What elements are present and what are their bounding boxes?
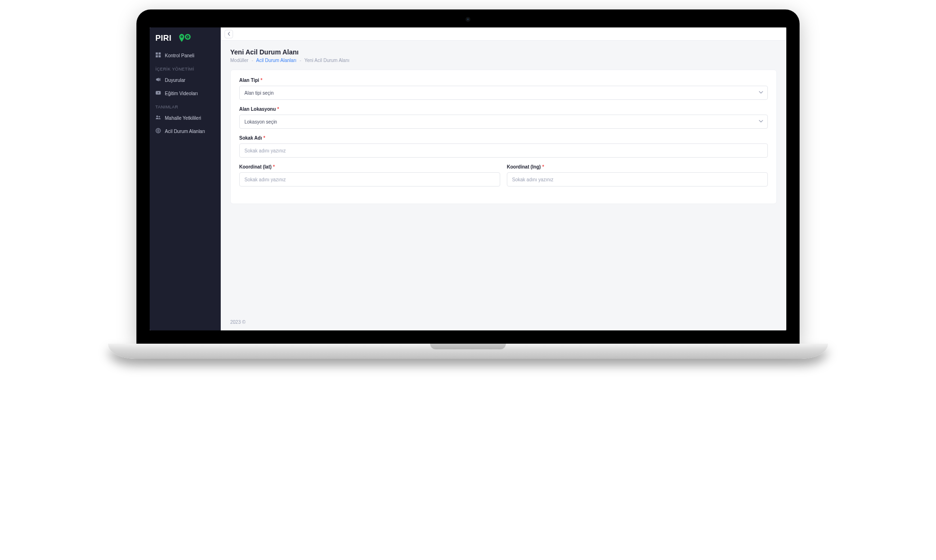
sidebar-item-label: Acil Durum Alanları (165, 129, 205, 134)
required-mark: * (263, 135, 265, 141)
svg-rect-7 (159, 53, 161, 55)
footer: 2023 © (221, 315, 786, 330)
sidebar-collapse-button[interactable] (225, 30, 233, 38)
form-row-sokak-adi: Sokak Adı * (239, 135, 768, 158)
input-sokak-adi[interactable] (239, 143, 768, 158)
breadcrumb-current: Yeni Acil Durum Alanı (304, 58, 349, 63)
sidebar-item-label: Mahalle Yetkilileri (165, 116, 201, 121)
select-alan-tipi[interactable]: Alan tipi seçin (239, 86, 768, 100)
form-row-koordinat: Koordinat (lat) * Koordinat (lng) * (239, 164, 768, 187)
sidebar-item-acil-durum-alanlari[interactable]: Acil Durum Alanları (150, 124, 221, 138)
required-mark: * (277, 107, 279, 112)
svg-point-2 (181, 36, 182, 37)
sidebar-section-icerik: İÇERİK YÖNETİMİ (150, 62, 221, 73)
svg-rect-9 (159, 55, 161, 58)
app-screen: PIRI (150, 27, 786, 330)
sidebar-item-label: Kontrol Paneli (165, 53, 194, 58)
users-icon (155, 115, 161, 121)
topbar (221, 27, 786, 41)
label-text: Alan Lokasyonu (239, 107, 276, 112)
logo-svg: PIRI (155, 33, 199, 43)
sidebar-item-label: Eğitim Videoları (165, 91, 198, 96)
label-text: Alan Tipi (239, 78, 259, 83)
svg-point-11 (156, 116, 158, 117)
label-text: Sokak Adı (239, 135, 262, 141)
svg-point-5 (187, 36, 189, 38)
page-title: Yeni Acil Durum Alanı (230, 48, 777, 56)
label-lat: Koordinat (lat) * (239, 164, 500, 169)
breadcrumb-root[interactable]: Modüller (230, 58, 248, 63)
chevron-left-icon (227, 32, 231, 36)
camera-dot (466, 17, 470, 22)
required-mark: * (273, 164, 275, 169)
input-lat[interactable] (239, 172, 500, 187)
main-content: Yeni Acil Durum Alanı Modüller - Acil Du… (221, 27, 786, 330)
select-display: Alan tipi seçin (239, 86, 768, 100)
input-lng[interactable] (507, 172, 768, 187)
globe-icon (155, 128, 161, 134)
laptop-bezel: PIRI (136, 9, 800, 344)
breadcrumb-separator: - (252, 58, 253, 63)
brand-logo[interactable]: PIRI (150, 27, 221, 49)
svg-rect-8 (156, 55, 158, 58)
sidebar-item-duyurular[interactable]: Duyurular (150, 73, 221, 87)
svg-text:PIRI: PIRI (155, 34, 171, 43)
laptop-base (108, 344, 828, 359)
breadcrumb-link[interactable]: Acil Durum Alanları (256, 58, 297, 63)
megaphone-icon (155, 77, 161, 83)
sidebar-section-tanimlar: TANIMLAR (150, 100, 221, 111)
footer-text: 2023 © (230, 320, 245, 325)
sidebar: PIRI (150, 27, 221, 330)
sidebar-item-egitim-videolari[interactable]: Eğitim Videoları (150, 87, 221, 100)
page-header: Yeni Acil Durum Alanı Modüller - Acil Du… (221, 41, 786, 67)
label-text: Koordinat (lat) (239, 164, 271, 169)
required-mark: * (261, 78, 262, 83)
video-icon (155, 90, 161, 97)
label-lng: Koordinat (lng) * (507, 164, 768, 169)
sidebar-item-label: Duyurular (165, 78, 185, 83)
dashboard-icon (155, 52, 161, 59)
form-row-alan-tipi: Alan Tipi * Alan tipi seçin (239, 78, 768, 100)
svg-point-12 (159, 116, 160, 117)
form-col-lng: Koordinat (lng) * (507, 164, 768, 187)
form-col-lat: Koordinat (lat) * (239, 164, 500, 187)
laptop-mockup: PIRI (136, 9, 800, 359)
label-text: Koordinat (lng) (507, 164, 541, 169)
required-mark: * (542, 164, 544, 169)
svg-rect-6 (156, 53, 158, 55)
label-sokak-adi: Sokak Adı * (239, 135, 768, 141)
sidebar-item-mahalle-yetkilileri[interactable]: Mahalle Yetkilileri (150, 111, 221, 124)
sidebar-item-kontrol-paneli[interactable]: Kontrol Paneli (150, 49, 221, 62)
breadcrumb: Modüller - Acil Durum Alanları - Yeni Ac… (230, 58, 777, 63)
breadcrumb-separator: - (300, 58, 301, 63)
form-card: Alan Tipi * Alan tipi seçin Alan Lok (230, 70, 777, 204)
select-alan-lokasyonu[interactable]: Lokasyon seçin (239, 115, 768, 129)
form-row-alan-lokasyonu: Alan Lokasyonu * Lokasyon seçin (239, 107, 768, 129)
label-alan-lokasyonu: Alan Lokasyonu * (239, 107, 768, 112)
label-alan-tipi: Alan Tipi * (239, 78, 768, 83)
select-display: Lokasyon seçin (239, 115, 768, 129)
